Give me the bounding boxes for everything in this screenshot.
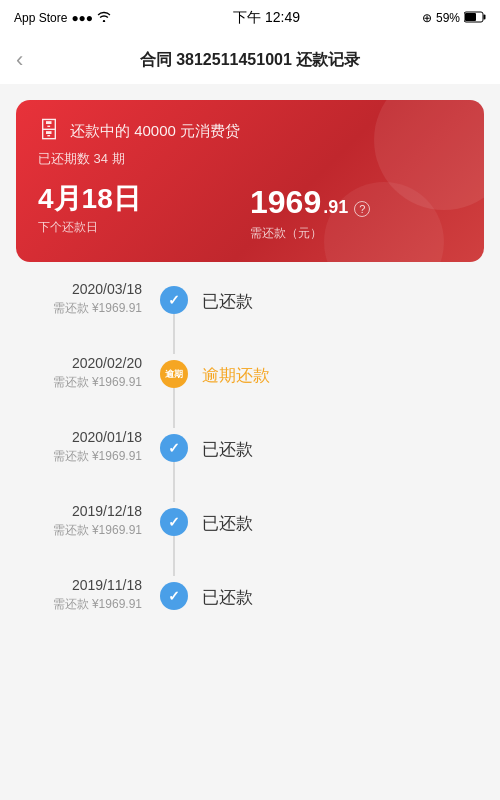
timeline-connector: ✓ <box>156 576 192 610</box>
page-title: 合同 3812511451001 还款记录 <box>140 50 361 71</box>
amount-decimal: .91 <box>323 197 348 218</box>
due-prefix: 需还款 ¥ <box>53 523 99 537</box>
paid-check-icon: ✓ <box>168 514 180 530</box>
timeline-date-col: 2019/12/18 需还款 ¥1969.91 <box>16 502 156 539</box>
payment-date: 2019/11/18 <box>16 576 142 596</box>
database-icon: 🗄 <box>38 118 60 144</box>
payment-timeline: 2020/03/18 需还款 ¥1969.91 ✓ 已还款 2020/02/20… <box>0 270 500 643</box>
payment-date: 2020/03/18 <box>16 280 142 300</box>
timeline-status-col: 逾期还款 <box>192 354 484 387</box>
due-label: 需还款 ¥1969.91 <box>16 596 142 613</box>
wifi-icon <box>97 11 111 25</box>
loan-card: 🗄 还款中的 40000 元消费贷 已还期数 34 期 4月18日 下个还款日 … <box>16 100 484 262</box>
overdue-label: 逾期 <box>165 368 183 381</box>
payment-status: 已还款 <box>202 586 484 609</box>
nav-bar: ‹ 合同 3812511451001 还款记录 <box>0 36 500 84</box>
due-prefix: 需还款 ¥ <box>53 597 99 611</box>
payment-date: 2020/02/20 <box>16 354 142 374</box>
gps-icon: ⊕ <box>422 11 432 25</box>
timeline-date-col: 2020/01/18 需还款 ¥1969.91 <box>16 428 156 465</box>
timeline-status-col: 已还款 <box>192 502 484 535</box>
next-date-col: 4月18日 下个还款日 <box>38 184 250 242</box>
card-subtitle: 已还期数 34 期 <box>38 150 462 168</box>
timeline-date-col: 2020/03/18 需还款 ¥1969.91 <box>16 280 156 317</box>
amount-info-button[interactable]: ? <box>354 201 370 217</box>
connector-line <box>173 388 175 428</box>
next-date-label: 下个还款日 <box>38 219 250 236</box>
status-dot: 逾期 <box>160 360 188 388</box>
app-store-label: App Store <box>14 11 67 25</box>
svg-rect-2 <box>465 13 476 21</box>
card-header: 🗄 还款中的 40000 元消费贷 <box>38 118 462 144</box>
amount-main: 1969 <box>250 184 321 221</box>
svg-rect-1 <box>484 14 486 19</box>
timeline-connector: ✓ <box>156 502 192 576</box>
connector-line <box>173 314 175 354</box>
timeline-item: 2019/11/18 需还款 ¥1969.91 ✓ 已还款 <box>16 576 484 613</box>
timeline-item: 2020/02/20 需还款 ¥1969.91 逾期 逾期还款 <box>16 354 484 428</box>
payment-date: 2019/12/18 <box>16 502 142 522</box>
timeline-connector: ✓ <box>156 280 192 354</box>
status-dot: ✓ <box>160 434 188 462</box>
battery-percent: 59% <box>436 11 460 25</box>
timeline-connector: 逾期 <box>156 354 192 428</box>
next-payment-date: 4月18日 <box>38 184 250 215</box>
signal-bars: ●●● <box>71 11 93 25</box>
status-right: ⊕ 59% <box>422 11 486 26</box>
timeline-connector: ✓ <box>156 428 192 502</box>
paid-check-icon: ✓ <box>168 588 180 604</box>
paid-check-icon: ✓ <box>168 440 180 456</box>
status-dot: ✓ <box>160 286 188 314</box>
payment-status: 已还款 <box>202 290 484 313</box>
status-dot: ✓ <box>160 508 188 536</box>
timeline-item: 2020/03/18 需还款 ¥1969.91 ✓ 已还款 <box>16 280 484 354</box>
card-title: 还款中的 40000 元消费贷 <box>70 122 240 141</box>
card-details-row: 4月18日 下个还款日 1969.91 ? 需还款（元） <box>38 184 462 242</box>
paid-check-icon: ✓ <box>168 292 180 308</box>
timeline-item: 2019/12/18 需还款 ¥1969.91 ✓ 已还款 <box>16 502 484 576</box>
due-amount: 1969.91 <box>99 375 142 389</box>
due-prefix: 需还款 ¥ <box>53 375 99 389</box>
timeline-date-col: 2020/02/20 需还款 ¥1969.91 <box>16 354 156 391</box>
timeline-status-col: 已还款 <box>192 428 484 461</box>
due-amount: 1969.91 <box>99 597 142 611</box>
status-left: App Store ●●● <box>14 11 111 25</box>
due-amount: 1969.91 <box>99 301 142 315</box>
timeline-status-col: 已还款 <box>192 576 484 609</box>
amount-display: 1969.91 ? <box>250 184 462 221</box>
connector-line <box>173 536 175 576</box>
due-label: 需还款 ¥1969.91 <box>16 374 142 391</box>
due-label: 需还款 ¥1969.91 <box>16 448 142 465</box>
payment-status: 已还款 <box>202 512 484 535</box>
time-display: 下午 12:49 <box>233 9 300 27</box>
connector-line <box>173 462 175 502</box>
due-label: 需还款 ¥1969.91 <box>16 300 142 317</box>
timeline-item: 2020/01/18 需还款 ¥1969.91 ✓ 已还款 <box>16 428 484 502</box>
due-label: 需还款 ¥1969.91 <box>16 522 142 539</box>
due-amount: 1969.91 <box>99 449 142 463</box>
battery-icon <box>464 11 486 26</box>
payment-status: 已还款 <box>202 438 484 461</box>
due-prefix: 需还款 ¥ <box>53 301 99 315</box>
timeline-status-col: 已还款 <box>192 280 484 313</box>
due-prefix: 需还款 ¥ <box>53 449 99 463</box>
amount-label: 需还款（元） <box>250 225 462 242</box>
status-bar: App Store ●●● 下午 12:49 ⊕ 59% <box>0 0 500 36</box>
back-button[interactable]: ‹ <box>16 49 23 71</box>
date-day-suffix: 日 <box>113 183 141 214</box>
timeline-date-col: 2019/11/18 需还款 ¥1969.91 <box>16 576 156 613</box>
amount-col: 1969.91 ? 需还款（元） <box>250 184 462 242</box>
date-month: 4月 <box>38 183 82 214</box>
status-dot: ✓ <box>160 582 188 610</box>
due-amount: 1969.91 <box>99 523 142 537</box>
payment-status: 逾期还款 <box>202 364 484 387</box>
payment-date: 2020/01/18 <box>16 428 142 448</box>
